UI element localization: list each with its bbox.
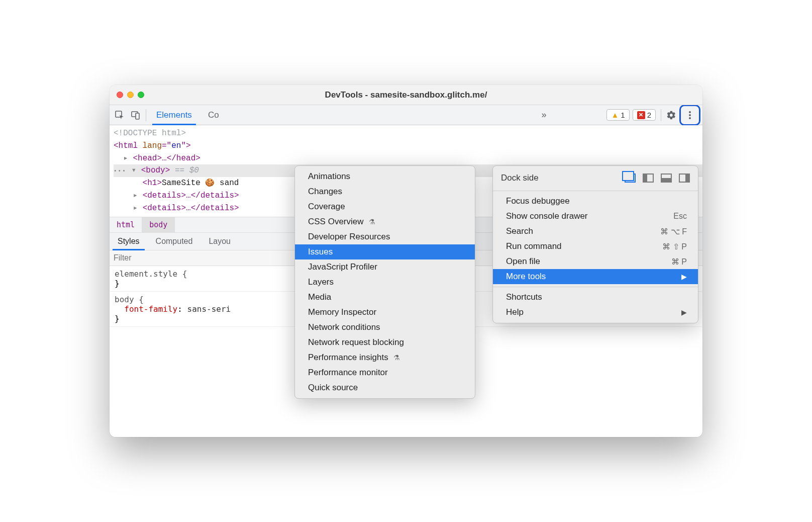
menu-run-command[interactable]: Run command⌘ ⇧ P (493, 239, 698, 254)
flask-icon: ⚗ (369, 218, 375, 226)
dom-doctype: <!DOCTYPE html> (114, 129, 186, 138)
menu-focus-debuggee[interactable]: Focus debuggee (493, 194, 698, 209)
svg-rect-2 (136, 113, 139, 119)
tab-styles[interactable]: Styles (110, 233, 148, 250)
menu-open-file[interactable]: Open file⌘ P (493, 254, 698, 269)
submenu-item-network-request-blocking[interactable]: Network request blocking (295, 335, 475, 350)
errors-badge[interactable]: ✕ 2 (633, 109, 656, 121)
devtools-toolbar: Elements Co » ▲ 1 ✕ 2 (110, 105, 702, 125)
submenu-arrow-icon: ▶ (681, 308, 687, 316)
dock-bottom-icon[interactable] (661, 173, 672, 183)
separator (146, 109, 146, 121)
more-tools-submenu: AnimationsChangesCoverageCSS Overview ⚗D… (294, 165, 475, 399)
window-title: DevTools - samesite-sandbox.glitch.me/ (110, 90, 702, 100)
panel-tabs: Elements Co (148, 105, 227, 125)
submenu-item-performance-insights[interactable]: Performance insights ⚗ (295, 350, 475, 365)
close-window-button[interactable] (117, 92, 123, 98)
menu-help[interactable]: Help▶ (493, 305, 698, 320)
submenu-item-javascript-profiler[interactable]: JavaScript Profiler (295, 259, 475, 275)
submenu-item-layers[interactable]: Layers (295, 275, 475, 290)
zoom-window-button[interactable] (138, 92, 144, 98)
tab-elements[interactable]: Elements (148, 105, 200, 125)
submenu-item-coverage[interactable]: Coverage (295, 199, 475, 214)
svg-point-4 (689, 114, 691, 116)
submenu-item-memory-inspector[interactable]: Memory Inspector (295, 305, 475, 320)
menu-separator (493, 287, 698, 287)
submenu-item-css-overview[interactable]: CSS Overview ⚗ (295, 214, 475, 229)
dom-head[interactable]: <head>…</head> (133, 154, 200, 163)
dock-undock-icon[interactable] (625, 173, 636, 183)
dom-details[interactable]: <details>…</details> (143, 204, 239, 213)
warning-icon: ▲ (611, 111, 619, 119)
devtools-window: DevTools - samesite-sandbox.glitch.me/ E… (110, 85, 702, 437)
elements-panel: <!DOCTYPE html> <html lang="en"> ▸ <head… (110, 125, 702, 437)
crumb-html[interactable]: html (110, 217, 142, 232)
menu-shortcuts[interactable]: Shortcuts (493, 290, 698, 305)
dock-right-icon[interactable] (679, 173, 690, 183)
kebab-icon (682, 107, 698, 123)
svg-point-3 (689, 111, 691, 113)
submenu-item-changes[interactable]: Changes (295, 184, 475, 199)
main-menu: Dock side Focus debuggee Show console dr… (492, 165, 698, 323)
tabs-overflow-button[interactable]: » (536, 110, 551, 120)
submenu-item-issues[interactable]: Issues (295, 244, 475, 259)
device-toolbar-icon[interactable] (128, 107, 144, 123)
more-options-button-highlighted[interactable] (679, 105, 700, 126)
flask-icon: ⚗ (393, 354, 400, 362)
tab-layout-truncated[interactable]: Layou (200, 233, 239, 250)
cookie-emoji: 🍪 (205, 179, 215, 188)
svg-point-5 (689, 117, 691, 119)
submenu-item-network-conditions[interactable]: Network conditions (295, 320, 475, 335)
settings-icon[interactable] (663, 107, 679, 123)
inspect-element-icon[interactable] (112, 107, 128, 123)
menu-more-tools[interactable]: More tools▶ (493, 269, 698, 284)
tab-computed[interactable]: Computed (148, 233, 201, 250)
submenu-item-media[interactable]: Media (295, 290, 475, 305)
dom-details[interactable]: <details>…</details> (143, 191, 239, 200)
dock-side-row: Dock side (493, 169, 698, 188)
submenu-arrow-icon: ▶ (681, 273, 687, 281)
crumb-body[interactable]: body (142, 217, 175, 232)
submenu-item-performance-monitor[interactable]: Performance monitor (295, 365, 475, 380)
menu-search[interactable]: Search⌘ ⌥ F (493, 224, 698, 239)
separator (661, 109, 661, 121)
traffic-lights (117, 92, 144, 98)
warnings-badge[interactable]: ▲ 1 (606, 109, 629, 121)
submenu-item-developer-resources[interactable]: Developer Resources (295, 229, 475, 244)
tab-console-truncated[interactable]: Co (200, 105, 227, 125)
submenu-item-animations[interactable]: Animations (295, 169, 475, 184)
titlebar: DevTools - samesite-sandbox.glitch.me/ (110, 85, 702, 105)
menu-show-console-drawer[interactable]: Show console drawerEsc (493, 209, 698, 224)
error-icon: ✕ (637, 111, 645, 119)
minimize-window-button[interactable] (127, 92, 134, 98)
submenu-item-quick-source[interactable]: Quick source (295, 380, 475, 395)
menu-separator (493, 191, 698, 191)
dock-left-icon[interactable] (643, 173, 654, 183)
